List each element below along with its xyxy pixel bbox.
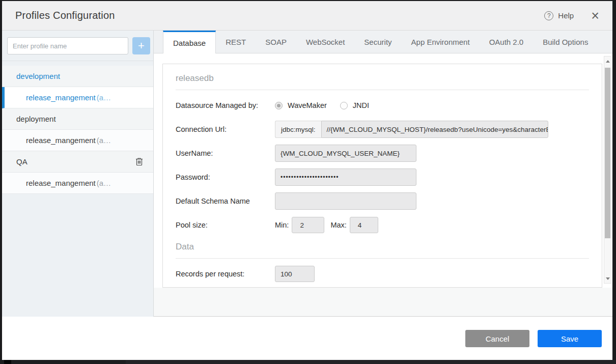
profile-label: release_mangement [26,136,96,145]
section-divider [176,90,589,90]
username-label: UserName: [176,149,275,157]
jdbc-prefix: jdbc:mysql: [275,121,321,138]
connection-url-label: Connection Url: [176,125,275,133]
config-tabs: Database REST SOAP WebSocket Security Ap… [154,31,612,53]
cancel-button[interactable]: Cancel [465,330,529,347]
profile-name-input[interactable] [7,37,128,54]
tab-oauth[interactable]: OAuth 2.0 [480,31,534,53]
schema-label: Default Schema Name [176,197,275,205]
profile-add-row: + [2,31,153,61]
section-title-releasedb: releasedb [176,73,589,83]
tab-app-environment[interactable]: App Environment [402,31,480,53]
records-input[interactable]: 100 [275,266,315,282]
tab-build-options[interactable]: Build Options [533,31,598,53]
pool-min-label: Min: [275,221,289,229]
page-title: Profiles Configuration [15,10,115,21]
profile-list: development release_mangement (a… deploy… [2,66,153,194]
profile-group-development[interactable]: development [2,66,153,87]
header-actions: ? Help × [544,11,599,21]
password-row: Password: •••••••••••••••••••••• [176,169,589,186]
pool-size-row: Pool size: Min: 2 Max: 4 [176,216,589,234]
schema-input[interactable] [275,192,416,210]
profile-suffix: (a… [97,93,111,102]
connection-url-input[interactable]: //{WM_CLOUD_MYSQL_HOST}/releasedb?useUni… [321,121,548,138]
section-divider [176,258,589,259]
tab-soap[interactable]: SOAP [256,31,296,53]
profile-label: QA [16,157,27,166]
profile-item-release-mangement-selected[interactable]: release_mangement (a… [2,87,153,108]
save-button[interactable]: Save [538,330,602,347]
profile-item-release-mangement[interactable]: release_mangement (a… [2,130,153,151]
profile-item-release-mangement[interactable]: release_mangement (a… [2,173,153,194]
pool-max-input[interactable]: 4 [350,217,378,233]
tab-websocket[interactable]: WebSocket [296,31,354,53]
scroll-down-arrow[interactable] [604,275,611,282]
username-row: UserName: {WM_CLOUD_MYSQL_USER_NAME} [176,145,589,162]
help-icon[interactable]: ? [544,11,553,20]
password-label: Password: [176,173,275,181]
pool-max-label: Max: [330,221,346,229]
datasource-label: Datasource Managed by: [176,101,275,109]
delete-profile-button[interactable] [135,157,143,166]
panel-footer-strip [154,288,612,317]
profile-label: release_mangement [26,179,96,187]
radio-jndi[interactable] [340,102,348,109]
pool-min-input[interactable]: 2 [292,217,324,233]
tab-content-viewport: releasedb Datasource Managed by: WaveMak… [154,53,612,288]
database-form-panel: releasedb Datasource Managed by: WaveMak… [162,64,602,288]
main-content: Database REST SOAP WebSocket Security Ap… [154,31,612,317]
pool-size-label: Pool size: [176,221,275,229]
radio-jndi-label: JNDI [353,101,369,109]
tab-database[interactable]: Database [163,31,216,53]
vertical-scrollbar[interactable] [604,56,611,284]
close-icon[interactable]: × [591,11,599,21]
help-button[interactable]: Help [558,11,574,20]
profile-suffix: (a… [97,136,111,145]
profile-label: release_mangement [26,93,96,102]
scroll-up-arrow[interactable] [604,58,611,65]
backdrop-bottom-strip [0,360,616,364]
profiles-sidebar: + development release_mangement (a… depl… [2,31,154,317]
connection-url-row: Connection Url: jdbc:mysql: //{WM_CLOUD_… [176,121,589,138]
password-input[interactable]: •••••••••••••••••••••• [275,169,416,186]
trash-icon [135,157,143,166]
username-input[interactable]: {WM_CLOUD_MYSQL_USER_NAME} [275,145,416,162]
records-label: Records per request: [176,270,275,278]
radio-wavemaker[interactable] [275,102,283,109]
datasource-radio-group: WaveMaker JNDI [275,101,377,109]
tab-security[interactable]: Security [354,31,401,53]
dialog-footer: Cancel Save [2,317,612,360]
dialog-header: Profiles Configuration ? Help × [2,1,612,31]
datasource-row: Datasource Managed by: WaveMaker JNDI [176,97,589,114]
profile-suffix: (a… [97,179,111,187]
radio-wavemaker-label: WaveMaker [288,101,327,109]
add-profile-button[interactable]: + [132,37,150,54]
profile-label: deployment [16,115,56,123]
section-title-data: Data [176,242,589,252]
tab-rest[interactable]: REST [216,31,256,53]
records-row: Records per request: 100 [176,265,589,283]
dialog-body: + development release_mangement (a… depl… [2,31,612,317]
scrollbar-thumb[interactable] [605,68,610,238]
profile-label: development [16,72,60,80]
schema-row: Default Schema Name [176,192,589,210]
profiles-configuration-dialog: Profiles Configuration ? Help × + develo… [2,1,612,360]
profile-group-qa[interactable]: QA [2,151,153,173]
profile-group-deployment[interactable]: deployment [2,108,153,130]
